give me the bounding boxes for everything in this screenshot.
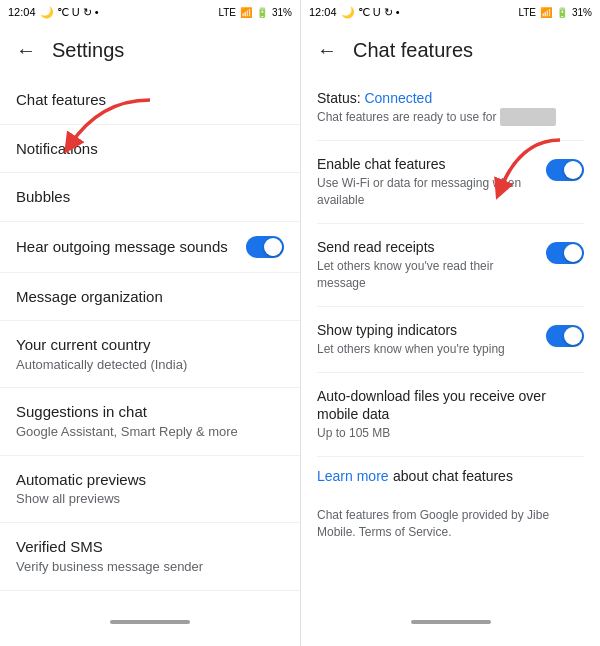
auto-download-label: Auto-download files you receive over mob… <box>317 387 584 423</box>
right-battery: 31% <box>572 7 592 18</box>
sidebar-item-notifications[interactable]: Notifications <box>0 125 300 174</box>
chat-item-status[interactable]: Status: Connected Chat features are read… <box>317 76 584 141</box>
auto-download-subtitle: Up to 105 MB <box>317 425 584 442</box>
message-org-label: Message organization <box>16 287 163 307</box>
verified-sms-label: Verified SMS <box>16 537 203 557</box>
verified-sms-subtitle: Verify business message sender <box>16 559 203 576</box>
auto-previews-label: Automatic previews <box>16 470 146 490</box>
read-receipts-toggle[interactable] <box>546 242 584 264</box>
sidebar-item-message-organization[interactable]: Message organization <box>0 273 300 322</box>
your-country-subtitle: Automatically detected (India) <box>16 357 187 374</box>
your-country-label: Your current country <box>16 335 187 355</box>
sidebar-item-verified-sms[interactable]: Verified SMS Verify business message sen… <box>0 523 300 590</box>
right-home-indicator <box>411 620 491 624</box>
suggestions-label: Suggestions in chat <box>16 402 238 422</box>
right-network: LTE <box>518 7 536 18</box>
chat-item-typing[interactable]: Show typing indicators Let others know w… <box>317 307 584 373</box>
left-page-title: Settings <box>52 39 124 62</box>
sidebar-item-suggestions[interactable]: Suggestions in chat Google Assistant, Sm… <box>0 388 300 455</box>
left-time: 12:04 <box>8 6 36 18</box>
settings-list: Chat features Notifications Bubbles Hear… <box>0 76 300 598</box>
left-home-indicator <box>110 620 190 624</box>
enable-chat-label: Enable chat features <box>317 155 538 173</box>
right-panel: 12:04 🌙 ℃ U ↻ • LTE 📶 🔋 31% ← Chat featu… <box>300 0 600 646</box>
right-page-title: Chat features <box>353 39 473 62</box>
chat-features-label: Chat features <box>16 90 106 110</box>
app-container: 12:04 🌙 ℃ U ↻ • LTE 📶 🔋 31% ← Settings C… <box>0 0 600 646</box>
right-time: 12:04 <box>309 6 337 18</box>
sidebar-item-your-country[interactable]: Your current country Automatically detec… <box>0 321 300 388</box>
left-indicators: 🌙 ℃ U ↻ • <box>40 6 99 19</box>
right-bottom-bar <box>301 598 600 646</box>
read-receipts-subtitle: Let others know you've read their messag… <box>317 258 538 292</box>
bubbles-label: Bubbles <box>16 187 70 207</box>
learn-more-suffix: about chat features <box>393 468 513 484</box>
chat-features-footer: Chat features from Google provided by Ji… <box>317 495 584 553</box>
left-battery: 31% <box>272 7 292 18</box>
right-indicators: 🌙 ℃ U ↻ • <box>341 6 400 19</box>
left-status-bar: 12:04 🌙 ℃ U ↻ • LTE 📶 🔋 31% <box>0 0 300 24</box>
left-network: LTE <box>218 7 236 18</box>
hear-outgoing-toggle[interactable] <box>246 236 284 258</box>
sidebar-item-hear-outgoing[interactable]: Hear outgoing message sounds <box>0 222 300 273</box>
typing-label: Show typing indicators <box>317 321 505 339</box>
enable-chat-subtitle: Use Wi-Fi or data for messaging when ava… <box>317 175 538 209</box>
blurred-text: xxxxxxxx <box>500 108 556 126</box>
left-signal-icon: 📶 <box>240 7 252 18</box>
right-battery-icon: 🔋 <box>556 7 568 18</box>
enable-chat-toggle[interactable] <box>546 159 584 181</box>
typing-toggle[interactable] <box>546 325 584 347</box>
typing-subtitle: Let others know when you're typing <box>317 341 505 358</box>
chat-item-auto-download[interactable]: Auto-download files you receive over mob… <box>317 373 584 457</box>
right-status-bar: 12:04 🌙 ℃ U ↻ • LTE 📶 🔋 31% <box>301 0 600 24</box>
sidebar-item-chat-features[interactable]: Chat features <box>0 76 300 125</box>
status-connected-label: Connected <box>364 90 432 106</box>
left-bottom-bar <box>0 598 300 646</box>
chat-features-list: Status: Connected Chat features are read… <box>301 76 600 598</box>
right-signal-icon: 📶 <box>540 7 552 18</box>
chat-item-read-receipts[interactable]: Send read receipts Let others know you'v… <box>317 224 584 307</box>
chat-item-enable-chat[interactable]: Enable chat features Use Wi-Fi or data f… <box>317 141 584 224</box>
hear-outgoing-label: Hear outgoing message sounds <box>16 237 228 257</box>
notifications-label: Notifications <box>16 139 98 159</box>
left-panel: 12:04 🌙 ℃ U ↻ • LTE 📶 🔋 31% ← Settings C… <box>0 0 300 646</box>
left-back-button[interactable]: ← <box>16 39 36 62</box>
sidebar-item-auto-previews[interactable]: Automatic previews Show all previews <box>0 456 300 523</box>
suggestions-subtitle: Google Assistant, Smart Reply & more <box>16 424 238 441</box>
auto-previews-subtitle: Show all previews <box>16 491 146 508</box>
learn-more-link[interactable]: Learn more <box>317 468 389 484</box>
chat-item-learn-more[interactable]: Learn more about chat features <box>317 457 584 495</box>
right-back-button[interactable]: ← <box>317 39 337 62</box>
status-subtitle: Chat features are ready to use for xxxxx… <box>317 108 556 126</box>
status-label: Status: Connected <box>317 90 556 106</box>
left-top-bar: ← Settings <box>0 24 300 76</box>
sidebar-item-spam-protection[interactable]: Spam protection <box>0 591 300 598</box>
left-battery-icon: 🔋 <box>256 7 268 18</box>
right-top-bar: ← Chat features <box>301 24 600 76</box>
sidebar-item-bubbles[interactable]: Bubbles <box>0 173 300 222</box>
read-receipts-label: Send read receipts <box>317 238 538 256</box>
